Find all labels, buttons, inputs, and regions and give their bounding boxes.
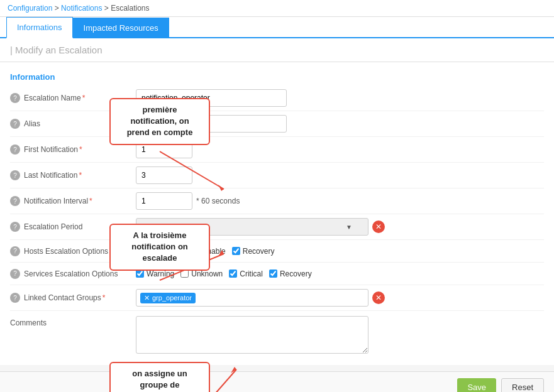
tag-label: grp_operator [152,294,192,302]
services-recovery-checkbox[interactable] [269,270,277,278]
section-header: Information [10,68,544,85]
comments-label: Comments [10,316,136,327]
breadcrumb: Configuration > Notifications > Escalati… [0,0,554,17]
services-critical-checkbox[interactable] [229,270,237,278]
grp-operator-tag: ✕ grp_operator [140,293,196,303]
tag-close-icon[interactable]: ✕ [144,294,150,302]
page-title: | Modify an Escalation [0,38,554,62]
escalation-period-help-icon[interactable]: ? [10,222,20,232]
callout-3: on assigne ungroupe decontact [109,362,210,392]
last-notification-label: ? Last Notification * [10,170,136,180]
callout-2: A la troisièmenotification onescalade [109,224,210,271]
services-escalation-row: ? Services Escalation Options Warning Un… [10,263,544,285]
breadcrumb-escalations: Escalations [111,4,149,13]
last-notification-help-icon[interactable]: ? [10,170,20,180]
reset-button[interactable]: Reset [501,378,544,392]
services-warning-checkbox[interactable] [136,270,144,278]
last-notification-row: ? Last Notification * [10,163,544,188]
notification-interval-unit: * 60 seconds [196,197,240,205]
notification-interval-label: ? Notification Interval * [10,196,136,206]
comments-row: Comments [10,311,544,359]
services-options-group: Warning Unknown Critical Recovery [136,270,312,278]
last-notification-input[interactable] [136,166,192,184]
linked-contact-groups-tag-input[interactable]: ✕ grp_operator [136,289,368,307]
breadcrumb-notifications[interactable]: Notifications [61,4,102,13]
hosts-option-recovery[interactable]: Recovery [232,247,275,256]
escalation-name-help-icon[interactable]: ? [10,93,20,103]
linked-contact-groups-clear-button[interactable]: ✕ [372,291,385,304]
services-escalation-help-icon[interactable]: ? [10,269,20,279]
hosts-escalation-help-icon[interactable]: ? [10,246,20,256]
services-option-recovery[interactable]: Recovery [269,270,312,278]
escalation-name-row: ? Escalation Name * [10,85,544,111]
main-content: Information premièrenotification, onpren… [0,62,554,365]
linked-contact-groups-input-row: ✕ grp_operator ✕ [136,289,385,307]
hosts-recovery-checkbox[interactable] [232,247,240,255]
notification-interval-row: ? Notification Interval * * 60 seconds [10,188,544,214]
save-button[interactable]: Save [457,378,496,392]
escalation-period-clear-button[interactable]: ✕ [372,220,385,233]
first-notification-label: ? First Notification * [10,144,136,155]
tab-informations[interactable]: Informations [6,17,73,38]
alias-row: ? Alias [10,111,544,137]
tabs-bar: Informations Impacted Resources [0,17,554,38]
notification-interval-input[interactable] [136,192,192,210]
services-option-unknown[interactable]: Unknown [180,270,223,278]
services-option-critical[interactable]: Critical [229,270,263,278]
alias-help-icon[interactable]: ? [10,119,20,129]
footer-bar: Save Reset [0,371,554,392]
first-notification-row: ? First Notification * [10,137,544,163]
callout-1: premièrenotification, onprend en compte [109,98,210,145]
linked-contact-groups-help-icon[interactable]: ? [10,293,20,303]
services-option-warning[interactable]: Warning [136,270,174,278]
linked-contact-groups-label: ? Linked Contact Groups * [10,293,136,303]
notification-interval-help-icon[interactable]: ? [10,196,20,206]
first-notification-help-icon[interactable]: ? [10,144,20,155]
services-unknown-checkbox[interactable] [180,270,189,278]
tab-impacted-resources[interactable]: Impacted Resources [73,18,169,38]
linked-contact-groups-row: ? Linked Contact Groups * ✕ grp_operator… [10,285,544,311]
hosts-escalation-row: ? Hosts Escalation Options Down Unreacha… [10,240,544,263]
breadcrumb-configuration[interactable]: Configuration [8,4,52,13]
comments-textarea[interactable] [136,316,368,354]
escalation-period-row: ? Escalation Period 24x7 none workhours … [10,214,544,240]
